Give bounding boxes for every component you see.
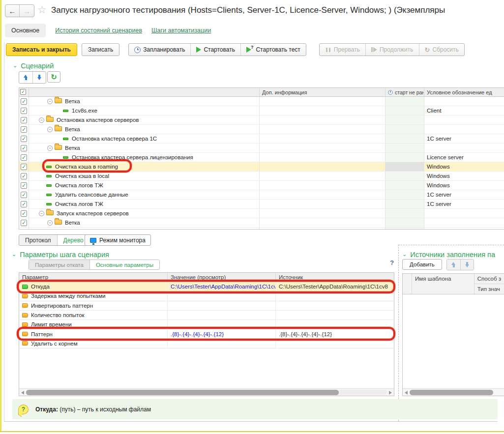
tree-row[interactable]: ✓ (19, 228, 504, 230)
param-hscrollbar[interactable] (19, 388, 394, 396)
row-checkbox[interactable]: ✓ (21, 229, 27, 230)
tree-row[interactable]: ✓1cv8s.exeClient (19, 106, 504, 116)
column-source-header[interactable]: Источник (276, 273, 394, 282)
tree-row[interactable]: ✓−Остановка кластеров серверов (19, 116, 504, 125)
row-checkbox[interactable]: ✓ (21, 173, 27, 179)
tab-rollback-params[interactable]: Параметры отката (29, 260, 89, 269)
start-test-button[interactable]: ? Стартовать тест (240, 44, 306, 56)
column-template-name-header[interactable]: Имя шаблона (412, 274, 474, 294)
tree-row[interactable]: ✓Очистка кэша в roamingWindows (19, 162, 504, 172)
param-value[interactable]: C:\Users\Tester\AppData\Roaming\1C\1cv8 (171, 284, 276, 289)
scroll-thumb[interactable] (410, 390, 493, 395)
param-row[interactable]: Количество попыток (19, 311, 394, 320)
row-checkbox[interactable]: ✓ (21, 220, 27, 226)
column-start-header[interactable]: старт не ранее... (385, 88, 424, 96)
collapse-node-icon[interactable]: − (39, 117, 44, 123)
collapse-node-icon[interactable]: − (47, 99, 53, 104)
param-value[interactable]: .{8}-.{4}-.{4}-.{4}-.{12} (171, 331, 224, 337)
collapse-chevron-icon[interactable]: ⌄ (12, 251, 16, 258)
tree-row[interactable]: ✓Очистка кэша в localWindows (19, 172, 504, 181)
scroll-left-icon[interactable] (21, 391, 24, 395)
link-automation-steps[interactable]: Шаги автоматизации (151, 27, 211, 34)
tree-row[interactable]: ✓−Ветка (19, 144, 504, 153)
row-checkbox[interactable]: ✓ (21, 164, 27, 170)
tree-row[interactable]: ✓−Запуск кластеров серверов (19, 209, 504, 218)
row-checkbox[interactable]: ✓ (21, 145, 27, 151)
refresh-button[interactable]: ↻ (47, 71, 60, 83)
tree-row[interactable]: ✓Очистка логов ТЖ1C server (19, 200, 504, 209)
move-down-button[interactable] (32, 72, 46, 83)
collapse-chevron-icon[interactable]: ⌄ (402, 251, 407, 258)
play-question-icon: ? (246, 47, 254, 53)
tab-protocol[interactable]: Протокол (19, 235, 57, 245)
tree-row[interactable]: ✓−Ветка (19, 218, 504, 228)
save-button[interactable]: Записать (82, 43, 119, 56)
collapse-node-icon[interactable]: − (47, 220, 53, 226)
row-checkbox[interactable]: ✓ (21, 192, 27, 198)
tree-row[interactable]: ✓Удалить сеансовые данные1C server (19, 190, 504, 200)
param-row[interactable]: Паттерн.{8}-.{4}-.{4}-.{4}-.{12}.{8}-.{4… (19, 329, 394, 339)
param-row[interactable]: Лимит времени (19, 320, 394, 329)
tab-main-params[interactable]: Основные параметры (89, 260, 159, 269)
tree-row[interactable]: ✓Очистка логов ТЖWindows (19, 181, 504, 190)
row-checkbox[interactable]: ✓ (21, 136, 27, 142)
back-button[interactable]: ← (5, 5, 20, 17)
param-tag-icon (22, 332, 28, 336)
tree-row[interactable]: ✓Остановка кластера сервера 1С1C server (19, 134, 504, 144)
collapse-chevron-icon[interactable]: ⌄ (13, 62, 17, 69)
row-checkbox[interactable]: ✓ (21, 201, 27, 207)
tree-row[interactable]: ✓−Ветка (19, 97, 504, 106)
scroll-thumb[interactable] (26, 390, 339, 395)
param-row[interactable]: Задержка между попытками (19, 291, 394, 301)
row-checkbox[interactable]: ✓ (21, 154, 27, 161)
tree-row[interactable]: ✓Остановка кластера сервера лицензирован… (19, 153, 504, 162)
schedule-button[interactable]: Запланировать (129, 44, 190, 56)
help-icon[interactable]: ? (390, 259, 394, 266)
column-name-header[interactable] (29, 88, 260, 96)
tree-row[interactable]: ✓−Ветка (19, 125, 504, 134)
tab-main[interactable]: Основное (5, 24, 46, 37)
move-down-button[interactable] (460, 260, 474, 270)
step-icon (46, 184, 52, 187)
collapse-node-icon[interactable]: − (47, 127, 53, 132)
save-close-button[interactable]: Записать и закрыть (6, 43, 77, 56)
collapse-node-icon[interactable]: − (39, 211, 44, 216)
step-icon (63, 156, 68, 159)
select-all-header[interactable]: ✎ (19, 88, 29, 96)
resume-button[interactable]: Продолжить (365, 44, 419, 56)
start-button[interactable]: Стартовать (190, 44, 240, 56)
row-checkbox[interactable]: ✓ (21, 108, 27, 114)
row-checkbox[interactable]: ✓ (21, 98, 27, 105)
hint-description: (путь) – путь к исходным файлам (58, 406, 151, 413)
row-checkbox[interactable]: ✓ (21, 117, 27, 123)
column-value-header[interactable]: Значение (просмотр) (168, 273, 276, 282)
row-checkbox[interactable]: ✓ (21, 126, 27, 133)
hint-bubble-icon: ? (18, 405, 29, 414)
column-designation-header[interactable]: Условное обозначение ед (424, 88, 504, 96)
move-up-button[interactable] (19, 72, 32, 83)
add-source-button[interactable]: Добавить (402, 259, 442, 270)
scroll-left-icon[interactable] (405, 391, 408, 395)
reset-button[interactable]: ↻ Сбросить (419, 44, 464, 56)
tree-row-label: Удалить сеансовые данные (55, 192, 128, 198)
scroll-right-icon[interactable] (389, 391, 392, 395)
param-row[interactable]: Инвертировать паттерн (19, 301, 394, 311)
collapse-node-icon[interactable]: − (47, 145, 53, 151)
column-value-type-header[interactable]: Тип знач (474, 284, 504, 294)
forward-button[interactable]: → (20, 5, 34, 17)
column-param-header[interactable]: Параметр (19, 273, 168, 282)
column-method-header[interactable]: Способ з (474, 274, 504, 284)
vertical-splitter[interactable] (398, 245, 399, 421)
row-checkbox[interactable]: ✓ (21, 182, 27, 189)
row-checkbox[interactable]: ✓ (21, 210, 27, 217)
abort-button[interactable]: Прервать (320, 44, 365, 56)
horizontal-splitter[interactable] (398, 245, 504, 245)
link-scenario-history[interactable]: История состояний сценариев (55, 27, 142, 34)
param-row[interactable]: Удалить с корнем (19, 339, 394, 348)
param-row[interactable]: ОткудаC:\Users\Tester\AppData\Roaming\1C… (19, 282, 394, 291)
move-up-button[interactable] (447, 260, 460, 270)
column-extra-header[interactable]: Доп. информация (260, 88, 385, 96)
sources-hscrollbar[interactable] (403, 388, 504, 396)
favorite-star-icon[interactable]: ☆ (37, 4, 47, 16)
monitor-mode-button[interactable]: Режим монитора (85, 234, 151, 246)
